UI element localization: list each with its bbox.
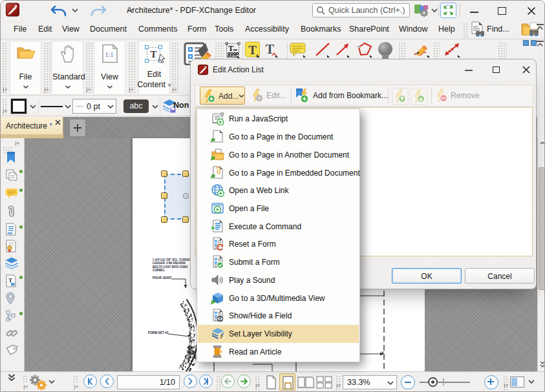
svg-text:1:1: 1:1 — [105, 51, 113, 58]
svg-text:T: T — [8, 277, 12, 284]
svg-text:T: T — [248, 43, 257, 57]
svg-text:T: T — [150, 49, 156, 59]
svg-text:T: T — [228, 43, 234, 53]
